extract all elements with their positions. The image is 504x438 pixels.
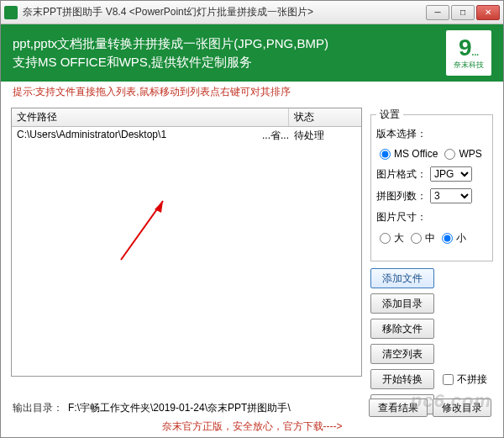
button-column: 添加文件 添加目录 移除文件 清空列表 开始转换 不拼接 注册 <box>370 268 493 414</box>
size-options: 大 中 小 <box>376 231 487 245</box>
banner-line2: 支持MS OFFICE和WPS,提供软件定制服务 <box>13 53 446 71</box>
minimize-button[interactable]: ─ <box>426 5 449 20</box>
banner-logo: 9... 奈末科技 <box>446 30 491 76</box>
version-options: MS Office WPS <box>376 148 487 160</box>
cols-select[interactable]: 3 <box>430 188 472 203</box>
cell-status: 待处理 <box>289 129 361 143</box>
maximize-button[interactable]: □ <box>451 5 475 20</box>
format-label: 图片格式： <box>376 167 427 182</box>
logo-text: 奈末科技 <box>454 60 484 71</box>
titlebar[interactable]: 奈末PPT拼图助手 V8.4 <PowerPoint幻灯片批量拼接成一张图片> … <box>1 1 503 24</box>
no-merge-checkbox[interactable]: 不拼接 <box>439 372 487 387</box>
remove-file-button[interactable]: 移除文件 <box>370 319 434 339</box>
cols-row: 拼图列数： 3 <box>376 188 487 203</box>
banner-line1: ppt,pptx文档批量转换并拼接成一张图片(JPG,PNG,BMP) <box>13 34 446 53</box>
window-title: 奈末PPT拼图助手 V8.4 <PowerPoint幻灯片批量拼接成一张图片> <box>23 5 426 19</box>
view-result-button[interactable]: 查看结果 <box>369 398 428 417</box>
start-convert-button[interactable]: 开始转换 <box>370 369 434 389</box>
add-file-button[interactable]: 添加文件 <box>370 268 434 288</box>
svg-marker-1 <box>155 201 163 213</box>
format-row: 图片格式： JPG <box>376 166 487 182</box>
svg-line-0 <box>121 201 163 260</box>
clear-list-button[interactable]: 清空列表 <box>370 344 434 364</box>
header-status[interactable]: 状态 <box>289 110 361 124</box>
footer-link[interactable]: 奈末官方正版，安全放心，官方下载----> <box>1 420 503 434</box>
settings-legend: 设置 <box>376 108 403 122</box>
banner: ppt,pptx文档批量转换并拼接成一张图片(JPG,PNG,BMP) 支持MS… <box>1 24 503 82</box>
window-controls: ─ □ ✕ <box>426 5 500 20</box>
format-select[interactable]: JPG <box>430 166 472 182</box>
header-path[interactable]: 文件路径 <box>12 108 289 126</box>
main-body: 文件路径 状态 C:\Users\Administrator\Desktop\1… <box>1 103 503 414</box>
size-label: 图片尺寸： <box>376 210 427 224</box>
app-icon <box>4 6 18 19</box>
radio-msoffice[interactable]: MS Office <box>376 148 438 160</box>
table-row[interactable]: C:\Users\Administrator\Desktop\1...省... … <box>12 127 361 145</box>
cell-path: C:\Users\Administrator\Desktop\1...省... <box>12 129 289 143</box>
size-label-row: 图片尺寸： <box>376 210 487 224</box>
convert-row: 开始转换 不拼接 <box>370 369 493 389</box>
banner-text: ppt,pptx文档批量转换并拼接成一张图片(JPG,PNG,BMP) 支持MS… <box>13 34 446 71</box>
add-dir-button[interactable]: 添加目录 <box>370 293 434 314</box>
file-list-panel[interactable]: 文件路径 状态 C:\Users\Administrator\Desktop\1… <box>11 108 362 377</box>
version-row: 版本选择： <box>376 127 487 141</box>
logo-nine-icon: 9... <box>459 36 479 60</box>
settings-panel: 设置 版本选择： MS Office WPS 图片格式： JPG 拼图列数： 3 <box>362 108 493 414</box>
output-label: 输出目录： <box>13 401 63 415</box>
radio-size-small[interactable]: 小 <box>438 231 466 245</box>
output-path: F:\宇畅工作文件夹\2019-01-24\奈末PPT拼图助手\ <box>68 401 364 415</box>
hint-text: 提示:支持文件直接拖入列表,鼠标移动到列表点右键可对其排序 <box>1 82 503 103</box>
close-button[interactable]: ✕ <box>476 5 500 20</box>
version-label: 版本选择： <box>376 127 427 141</box>
app-window: 奈末PPT拼图助手 V8.4 <PowerPoint幻灯片批量拼接成一张图片> … <box>0 0 504 438</box>
radio-size-large[interactable]: 大 <box>376 231 404 245</box>
annotation-arrow-icon <box>113 193 180 268</box>
radio-size-medium[interactable]: 中 <box>407 231 435 245</box>
cols-label: 拼图列数： <box>376 189 427 203</box>
settings-fieldset: 设置 版本选择： MS Office WPS 图片格式： JPG 拼图列数： 3 <box>370 108 493 261</box>
radio-wps[interactable]: WPS <box>441 148 481 160</box>
modify-dir-button[interactable]: 修改目录 <box>433 398 491 417</box>
output-footer: 输出目录： F:\宇畅工作文件夹\2019-01-24\奈末PPT拼图助手\ 查… <box>1 398 503 417</box>
file-list-header: 文件路径 状态 <box>12 108 361 127</box>
